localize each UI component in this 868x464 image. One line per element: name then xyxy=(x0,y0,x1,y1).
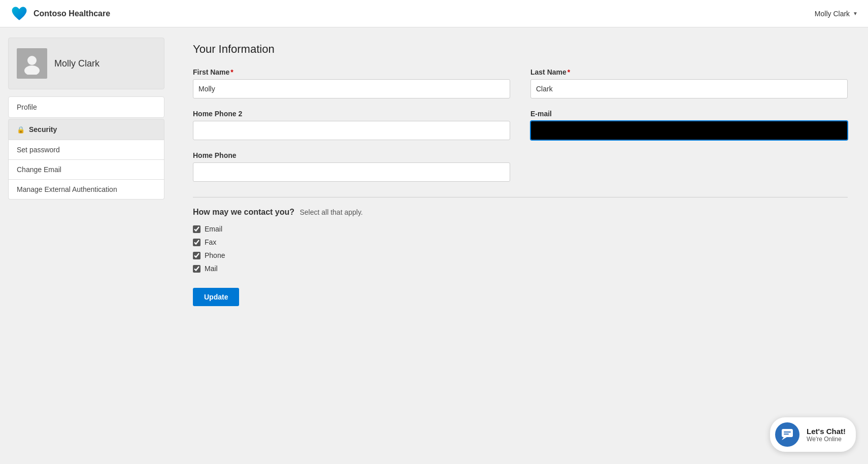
sidebar-security-header: 🔒 Security xyxy=(8,119,164,140)
checkbox-phone[interactable]: Phone xyxy=(193,251,848,259)
last-name-input[interactable] xyxy=(530,79,848,98)
sidebar-user-name: Molly Clark xyxy=(54,58,99,69)
checkbox-list: Email Fax Phone Mail xyxy=(193,225,848,273)
placeholder-group xyxy=(530,151,848,182)
svg-rect-5 xyxy=(784,434,789,435)
svg-point-0 xyxy=(27,56,37,65)
lock-icon: 🔒 xyxy=(17,126,25,134)
checkbox-email-input[interactable] xyxy=(193,225,201,233)
contact-question: How may we contact you? Select all that … xyxy=(193,208,848,217)
sidebar-item-change-email[interactable]: Change Email xyxy=(8,160,164,180)
phone-row: Home Phone xyxy=(193,151,848,182)
brand-name: Contoso Healthcare xyxy=(34,9,110,18)
brand: Contoso Healthcare xyxy=(10,5,110,23)
svg-rect-2 xyxy=(782,429,793,437)
email-label: E-mail xyxy=(530,110,848,118)
chat-bubble-icon xyxy=(781,428,794,441)
checkbox-mail[interactable]: Mail xyxy=(193,264,848,273)
chat-subtitle: We're Online xyxy=(807,436,846,443)
sidebar-security-label: Security xyxy=(29,125,57,134)
email-group: E-mail xyxy=(530,110,848,140)
home-phone2-group: Home Phone 2 xyxy=(193,110,510,140)
chevron-down-icon: ▼ xyxy=(853,11,858,16)
brand-logo-icon xyxy=(10,5,28,23)
section-title: Your Information xyxy=(193,43,848,56)
checkbox-email[interactable]: Email xyxy=(193,225,848,233)
last-name-label: Last Name* xyxy=(530,68,848,76)
main-content: Your Information First Name* Last Name* … xyxy=(173,27,868,464)
sidebar-item-manage-ext-auth[interactable]: Manage External Authentication xyxy=(8,180,164,200)
home-phone-group: Home Phone xyxy=(193,151,510,182)
svg-marker-3 xyxy=(782,437,787,440)
page-wrapper: Molly Clark Profile 🔒 Security Set passw… xyxy=(0,27,868,464)
sidebar-profile-label: Profile xyxy=(17,103,37,111)
name-row: First Name* Last Name* xyxy=(193,68,848,98)
checkbox-phone-label: Phone xyxy=(205,251,225,259)
checkbox-mail-input[interactable] xyxy=(193,265,201,273)
sidebar-section-security: 🔒 Security Set password Change Email Man… xyxy=(8,119,164,200)
checkbox-mail-label: Mail xyxy=(205,264,218,273)
sidebar-item-profile[interactable]: Profile xyxy=(8,96,164,118)
user-menu[interactable]: Molly Clark ▼ xyxy=(815,10,858,18)
home-phone2-input[interactable] xyxy=(193,121,510,140)
email-input[interactable] xyxy=(530,121,848,140)
divider xyxy=(193,197,848,197)
first-name-input[interactable] xyxy=(193,79,510,98)
sidebar: Molly Clark Profile 🔒 Security Set passw… xyxy=(0,27,173,464)
first-name-group: First Name* xyxy=(193,68,510,98)
sidebar-item-set-password[interactable]: Set password xyxy=(8,140,164,160)
svg-point-1 xyxy=(24,65,40,75)
home-phone-label: Home Phone xyxy=(193,151,510,159)
user-avatar-icon xyxy=(21,52,43,75)
checkbox-fax-input[interactable] xyxy=(193,239,201,246)
checkbox-fax[interactable]: Fax xyxy=(193,238,848,246)
last-name-group: Last Name* xyxy=(530,68,848,98)
checkbox-phone-input[interactable] xyxy=(193,252,201,259)
header-user-name: Molly Clark xyxy=(815,10,850,18)
chat-title: Let's Chat! xyxy=(807,427,846,436)
header: Contoso Healthcare Molly Clark ▼ xyxy=(0,0,868,27)
checkbox-fax-label: Fax xyxy=(205,238,216,246)
home-phone2-label: Home Phone 2 xyxy=(193,110,510,118)
first-name-label: First Name* xyxy=(193,68,510,76)
sidebar-user-card: Molly Clark xyxy=(8,38,164,89)
phone2-email-row: Home Phone 2 E-mail xyxy=(193,110,848,140)
home-phone-input[interactable] xyxy=(193,162,510,182)
checkbox-email-label: Email xyxy=(205,225,222,233)
chat-icon xyxy=(775,422,799,447)
avatar xyxy=(17,48,47,79)
chat-text: Let's Chat! We're Online xyxy=(807,427,846,443)
chat-widget[interactable]: Let's Chat! We're Online xyxy=(770,417,856,452)
svg-rect-4 xyxy=(784,432,791,433)
update-button[interactable]: Update xyxy=(193,288,239,306)
